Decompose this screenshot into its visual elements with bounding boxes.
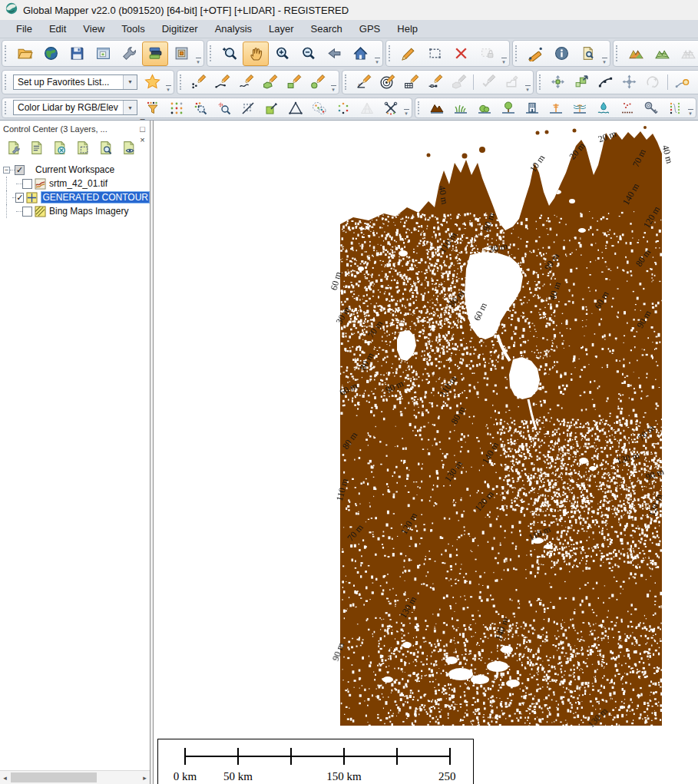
move-selected-button[interactable] <box>617 71 641 92</box>
delete-selected-button[interactable] <box>448 41 474 66</box>
toolbar-grip[interactable] <box>180 74 184 89</box>
panel-minimize-button[interactable]: – <box>137 113 148 124</box>
classify-poles-button[interactable] <box>544 98 567 118</box>
panel-maximize-button[interactable]: □ <box>137 124 148 134</box>
save-workspace-button[interactable] <box>64 41 90 66</box>
menu-tools[interactable]: Tools <box>113 22 153 36</box>
full-extent-button[interactable] <box>347 41 373 66</box>
digitizer-tool-button[interactable] <box>395 41 422 66</box>
classify-medium-vegetation-button[interactable] <box>472 98 496 118</box>
toolbar-overflow-button[interactable]: ▾ <box>194 41 202 65</box>
layer-metadata-button[interactable] <box>26 138 46 157</box>
menu-gps[interactable]: GPS <box>351 22 389 36</box>
lidar-fly-through-button[interactable] <box>379 98 402 118</box>
tree-label[interactable]: srtm_42_01.tif <box>49 178 108 189</box>
create-circle-button[interactable] <box>306 71 329 92</box>
zoom-tool-button[interactable] <box>217 41 243 66</box>
open-data-file-button[interactable] <box>12 41 38 66</box>
toolbar-grip[interactable] <box>5 74 9 89</box>
create-line-with-vertices-button[interactable] <box>423 71 447 92</box>
toolbar-overflow-button[interactable]: ▾ <box>500 41 508 65</box>
panel-close-button[interactable]: × <box>137 134 148 145</box>
create-area-button[interactable] <box>258 71 282 92</box>
menu-file[interactable]: File <box>8 22 41 36</box>
create-point-button[interactable] <box>187 71 210 92</box>
classify-low-vegetation-button[interactable] <box>448 98 472 118</box>
layer-visibility-button[interactable] <box>118 138 138 157</box>
lidar-qc-point-button[interactable] <box>212 98 236 118</box>
layer-checkbox[interactable]: ✓ <box>15 165 25 175</box>
layer-checkbox[interactable] <box>22 207 32 217</box>
scroll-left-arrow-icon[interactable]: ◂ <box>0 771 10 784</box>
lidar-profile-button[interactable] <box>236 98 260 118</box>
configuration-button[interactable] <box>116 41 142 66</box>
tree-item-bing-maps-imagery[interactable]: Bing Maps Imagery <box>0 204 150 218</box>
toolbar-grip[interactable] <box>5 45 9 61</box>
pan-tool-button[interactable] <box>243 41 269 66</box>
layer-checkbox[interactable]: ✓ <box>15 193 24 203</box>
toolbar-overflow-button[interactable]: ▾ <box>686 98 694 117</box>
toolbar-grip[interactable] <box>515 45 520 61</box>
create-grid-button[interactable] <box>399 71 423 92</box>
open-online-data-button[interactable] <box>38 41 64 66</box>
scale-feature-button[interactable] <box>570 71 594 92</box>
favorites-combo[interactable]: Set up Favorites List...▼ <box>13 74 137 90</box>
map-layout-button[interactable] <box>90 41 116 66</box>
tree-item-current-workspace[interactable]: −✓Current Workspace <box>0 163 150 177</box>
classify-water-button[interactable] <box>591 98 615 118</box>
cut-feature-button[interactable] <box>694 71 698 92</box>
close-layer-button[interactable] <box>49 138 69 157</box>
toolbar-grip[interactable] <box>389 45 393 61</box>
move-feature-button[interactable] <box>546 71 570 92</box>
map-view[interactable]: 10 m20 m20 m40 m70 m140 m120 m80 m60 m90… <box>154 121 698 784</box>
measure-tool-button[interactable] <box>522 41 548 66</box>
toolbar-overflow-button[interactable]: ▾ <box>373 41 381 65</box>
tree-label[interactable]: GENERATED CONTOUR <box>41 191 150 203</box>
select-layer-features-button[interactable] <box>72 138 92 157</box>
tree-label[interactable]: Bing Maps Imagery <box>49 206 128 217</box>
generate-contours-button[interactable] <box>649 41 675 66</box>
color-lidar-button[interactable] <box>260 98 283 118</box>
lidar-qc-button[interactable] <box>188 98 212 118</box>
toolbar-grip[interactable] <box>210 45 214 61</box>
menu-view[interactable]: View <box>74 22 113 36</box>
create-range-rings-button[interactable] <box>375 71 399 92</box>
zoom-in-button[interactable] <box>269 41 295 66</box>
create-coordinate-point-button[interactable]: x° <box>352 71 375 92</box>
lidar-path-compare-button[interactable] <box>663 98 686 118</box>
toolbar-overflow-button[interactable]: ▾ <box>164 71 172 94</box>
create-freehand-button[interactable] <box>234 71 258 92</box>
edit-vertices-button[interactable] <box>594 71 617 92</box>
chevron-down-icon[interactable]: ▼ <box>123 75 137 89</box>
toolbar-grip[interactable] <box>418 101 422 114</box>
chevron-down-icon[interactable]: ▼ <box>123 101 137 114</box>
toolbar-overflow-button[interactable]: ▾ <box>402 98 410 117</box>
scroll-right-arrow-icon[interactable]: ▸ <box>140 771 150 784</box>
classify-high-vegetation-button[interactable] <box>496 98 520 118</box>
overview-map-button[interactable] <box>168 41 194 66</box>
menu-digitizer[interactable]: Digitizer <box>154 22 207 36</box>
auto-classify-button[interactable] <box>307 98 331 118</box>
scrollbar-thumb[interactable] <box>11 772 97 782</box>
classify-powerlines-button[interactable] <box>567 98 591 118</box>
tree-label[interactable]: Current Workspace <box>35 164 114 175</box>
panel-horizontal-scrollbar[interactable]: ◂ ▸ <box>0 770 150 784</box>
toolbar-grip[interactable] <box>345 74 349 89</box>
toolbar-grip[interactable] <box>5 101 9 114</box>
elevation-shader-button[interactable] <box>623 41 649 66</box>
classify-buildings-button[interactable] <box>520 98 544 118</box>
lidar-color-mode-combo[interactable]: Color Lidar by RGB/Elev▼ <box>13 100 137 115</box>
snap-vertex-button[interactable] <box>670 71 694 92</box>
map-canvas[interactable] <box>154 121 698 784</box>
menu-edit[interactable]: Edit <box>41 22 74 36</box>
tree-item-generated-contour[interactable]: ✓GENERATED CONTOUR <box>0 190 150 204</box>
menu-layer[interactable]: Layer <box>260 22 303 36</box>
favorites-star-button[interactable] <box>141 71 164 92</box>
extract-features-button[interactable] <box>331 98 355 118</box>
tree-expander-icon[interactable]: − <box>3 167 10 174</box>
search-attributes-button[interactable] <box>574 41 600 66</box>
zoom-to-layer-button[interactable] <box>95 138 115 157</box>
toolbar-overflow-button[interactable]: ▾ <box>600 41 608 65</box>
feature-info-button[interactable] <box>548 41 574 66</box>
create-line-button[interactable] <box>210 71 234 92</box>
